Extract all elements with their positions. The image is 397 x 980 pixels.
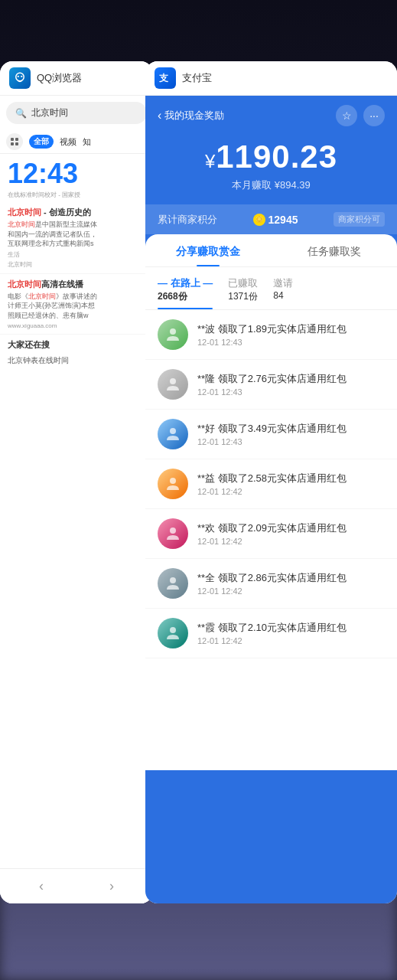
back-button-alipay[interactable]: ‹ 我的现金奖励	[158, 109, 224, 122]
sub-tab-on-road-count: 2668份	[158, 290, 213, 303]
qq-browser-title: QQ浏览器	[37, 71, 82, 85]
activity-text-1: **隆 领取了2.76元实体店通用红包	[197, 372, 385, 386]
activity-text-4: **欢 领取了2.09元实体店通用红包	[197, 521, 385, 535]
activity-time-4: 12-01 12:42	[197, 537, 385, 546]
main-tabs: 分享赚取赏金 任务赚取奖	[145, 234, 397, 267]
activity-info-6: **霞 领取了2.10元实体店通用红包12-01 12:42	[197, 621, 385, 645]
all-badge[interactable]: 全部	[29, 135, 54, 149]
alipay-app-title: 支付宝	[182, 71, 212, 85]
activity-info-1: **隆 领取了2.76元实体店通用红包12-01 12:43	[197, 372, 385, 397]
svg-point-14	[170, 627, 176, 633]
result-title-2: 北京时间高清在线播	[8, 279, 145, 290]
points-value-group: 🪙 12945	[253, 214, 298, 226]
svg-rect-5	[11, 142, 14, 145]
avatar-1	[158, 369, 188, 400]
sub-tab-earned-count: 1371份	[228, 290, 258, 303]
qq-tabs-bar: 全部 视频 知	[0, 130, 153, 154]
sub-tab-dash-right: —	[203, 277, 213, 289]
white-panel: 分享赚取赏金 任务赚取奖 — 在路上 — 2668份 已赚取 1371份 邀请 …	[145, 234, 397, 770]
page-title: 我的现金奖励	[164, 109, 224, 122]
activity-list: **波 领取了1.89元实体店通用红包12-01 12:43 **隆 领取了2.…	[145, 310, 397, 658]
sub-tab-invited-label: 邀请	[273, 277, 293, 289]
activity-time-5: 12-01 12:42	[197, 586, 385, 596]
activity-time-2: 12-01 12:43	[197, 437, 385, 446]
activity-text-0: **波 领取了1.89元实体店通用红包	[197, 322, 385, 336]
activity-text-2: **好 领取了3.49元实体店通用红包	[197, 422, 385, 436]
svg-rect-4	[15, 138, 18, 141]
points-number: 12945	[268, 214, 298, 226]
avatar-3	[158, 469, 188, 499]
alipay-nav-bar: ‹ 我的现金奖励 ☆ ···	[145, 96, 397, 132]
star-icon: ☆	[342, 109, 352, 122]
svg-point-13	[170, 577, 176, 583]
svg-point-11	[170, 478, 176, 484]
activity-info-2: **好 领取了3.49元实体店通用红包12-01 12:43	[197, 422, 385, 446]
activity-item-4: **欢 领取了2.09元实体店通用红包12-01 12:42	[145, 509, 397, 559]
search-icon: 🔍	[15, 108, 27, 119]
svg-point-2	[21, 76, 22, 77]
search-result-2[interactable]: 北京时间高清在线播 电影《北京时间》故事讲述的 计师王小莫(孙艺洲饰演)本想 照…	[0, 274, 153, 335]
time-subtitle: 在线标准时间校对 - 国家授	[0, 191, 153, 202]
forward-button[interactable]: ›	[94, 875, 129, 897]
back-button[interactable]: ‹	[24, 875, 59, 897]
related-section-label: 大家还在搜	[0, 335, 153, 353]
activity-time-3: 12-01 12:42	[197, 487, 385, 496]
merchant-points-bar: 累计商家积分 🪙 12945 商家积分可	[145, 204, 397, 234]
currency-symbol: ¥	[205, 151, 216, 172]
activity-item-0: **波 领取了1.89元实体店通用红包12-01 12:43	[145, 310, 397, 360]
tab-task-earn[interactable]: 任务赚取奖	[272, 234, 398, 266]
activity-item-3: **益 领取了2.58元实体店通用红包12-01 12:42	[145, 459, 397, 509]
sub-tab-on-road[interactable]: — 在路上 — 2668份	[158, 276, 213, 309]
nav-actions: ☆ ···	[336, 105, 385, 126]
activity-item-6: **霞 领取了2.10元实体店通用红包12-01 12:42	[145, 609, 397, 658]
sub-tab-earned[interactable]: 已赚取 1371份	[228, 276, 258, 309]
alipay-content: ‹ 我的现金奖励 ☆ ··· ¥1190.23 本月赚取 ¥894.39	[145, 96, 397, 903]
points-label: 累计商家积分	[158, 213, 217, 227]
result-desc-2: 电影《北京时间》故事讲述的 计师王小莫(孙艺洲饰演)本想 照顾已经退休的、患有脑…	[8, 292, 145, 321]
result-desc-1: 北京时间是中国新型主流媒体 和国内一流的调查记者队伍， 互联网理念和方式重构新闻…	[8, 220, 145, 249]
avatar-2	[158, 419, 188, 449]
monthly-earn: 本月赚取 ¥894.39	[158, 178, 385, 192]
avatar-0	[158, 319, 188, 350]
sub-tab-dash-left: —	[158, 277, 171, 289]
qq-browser-card: QQ浏览器 🔍 北京时间 全部 视频 知 12:43 在线标准时间校对 - 国家…	[0, 61, 153, 903]
avatar-4	[158, 518, 188, 549]
back-arrow-icon: ‹	[158, 109, 161, 122]
sub-tab-invited[interactable]: 邀请 84	[273, 276, 293, 309]
result-title-1: 北京时间 - 创造历史的	[8, 207, 145, 218]
svg-point-0	[16, 73, 24, 81]
tab-know[interactable]: 知	[83, 135, 91, 149]
sub-tab-invited-count: 84	[273, 290, 293, 301]
tab-video[interactable]: 视频	[60, 135, 76, 149]
svg-rect-3	[11, 138, 14, 141]
qq-browser-icon	[9, 67, 31, 89]
alipay-card: 支 支付宝 ‹ 我的现金奖励 ☆ ··· ¥1190.23	[145, 61, 397, 903]
more-icon: ···	[369, 109, 379, 122]
amount-value: 1190.23	[216, 139, 337, 175]
merchant-label-right: 商家积分可	[334, 212, 385, 227]
activity-info-3: **益 领取了2.58元实体店通用红包12-01 12:42	[197, 472, 385, 496]
result-highlight-1: 北京时间	[8, 207, 41, 217]
activity-info-4: **欢 领取了2.09元实体店通用红包12-01 12:42	[197, 521, 385, 546]
activity-time-1: 12-01 12:43	[197, 387, 385, 397]
avatar-6	[158, 618, 188, 648]
qq-search-bar[interactable]: 🔍 北京时间	[6, 102, 147, 124]
svg-point-12	[170, 528, 176, 534]
svg-point-10	[170, 428, 176, 434]
main-amount: ¥1190.23	[158, 139, 385, 175]
search-result-1[interactable]: 北京时间 - 创造历史的 北京时间是中国新型主流媒体 和国内一流的调查记者队伍，…	[0, 202, 153, 274]
related-item-1[interactable]: 北京钟表在线时间	[0, 353, 153, 368]
beijing-time: 12:43	[0, 154, 153, 191]
activity-time-0: 12-01 12:43	[197, 338, 385, 347]
monthly-value: ¥894.39	[275, 179, 311, 191]
tab-share-earn[interactable]: 分享赚取赏金	[145, 234, 272, 266]
svg-point-8	[170, 328, 176, 335]
activity-time-6: 12-01 12:42	[197, 636, 385, 645]
activity-item-1: **隆 领取了2.76元实体店通用红包12-01 12:43	[145, 360, 397, 410]
star-button[interactable]: ☆	[336, 105, 357, 126]
activity-text-5: **全 领取了2.86元实体店通用红包	[197, 571, 385, 585]
svg-text:支: 支	[158, 73, 169, 83]
amount-section: ¥1190.23 本月赚取 ¥894.39	[145, 132, 397, 204]
svg-rect-6	[15, 142, 18, 145]
more-button[interactable]: ···	[363, 105, 385, 126]
